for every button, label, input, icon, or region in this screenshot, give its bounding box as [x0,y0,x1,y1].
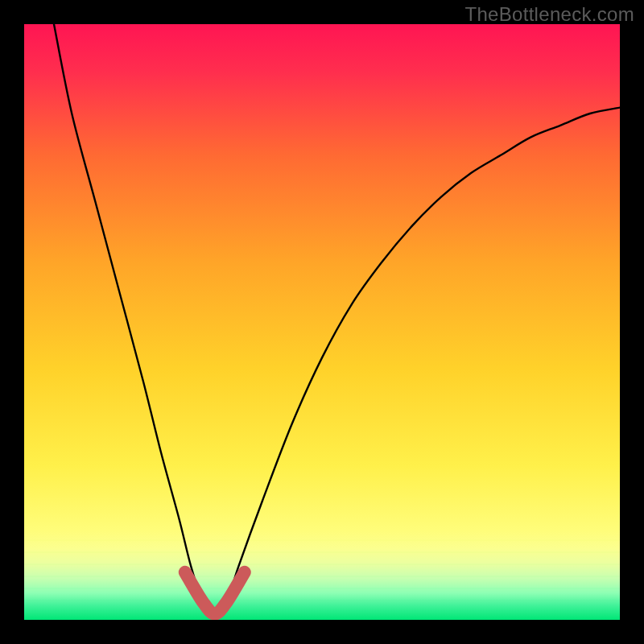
watermark-text: TheBottleneck.com [464,3,634,26]
stage: TheBottleneck.com [0,0,644,644]
valley-highlight [185,572,245,614]
plot-area [24,24,620,620]
bottleneck-curve [54,24,620,614]
curve-overlay [24,24,620,620]
